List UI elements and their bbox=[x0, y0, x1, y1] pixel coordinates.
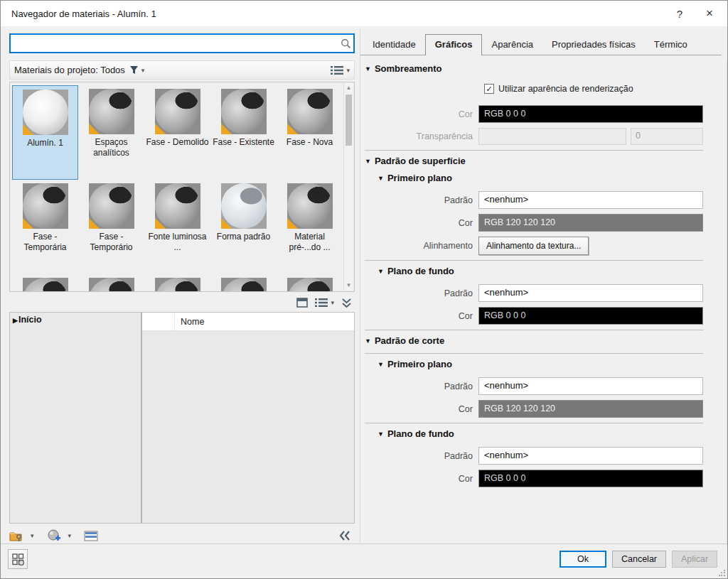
section-padrao-corte[interactable]: ▼ Padrão de corte bbox=[365, 332, 703, 349]
warning-triangle-icon bbox=[89, 124, 100, 134]
material-name: Fase - Temporário bbox=[80, 232, 144, 253]
surface-fg-pattern-field[interactable]: <nenhum> bbox=[478, 191, 703, 209]
library-menu-icon[interactable] bbox=[9, 530, 23, 542]
scroll-up-icon[interactable]: ▲ bbox=[344, 83, 353, 93]
editor-tabs: Identidade Gráficos Aparência Propriedad… bbox=[360, 32, 722, 55]
tab-graficos[interactable]: Gráficos bbox=[425, 34, 483, 55]
cut-bg-pattern-field[interactable]: <nenhum> bbox=[478, 447, 703, 465]
scrollbar-thumb[interactable] bbox=[346, 94, 352, 146]
apply-button[interactable]: Aplicar bbox=[672, 551, 717, 568]
title-bar: Navegador de materiais - Alumín. 1 ? × bbox=[1, 1, 727, 26]
material-thumbnail bbox=[287, 183, 333, 229]
ok-button[interactable]: Ok bbox=[560, 551, 606, 568]
texture-alignment-button[interactable]: Alinhamento da textura... bbox=[478, 237, 589, 255]
subsection-primeiro-plano-corte[interactable]: ▼ Primeiro plano bbox=[365, 355, 703, 372]
tab-aparencia[interactable]: Aparência bbox=[482, 35, 542, 55]
show-library-panel-icon[interactable] bbox=[296, 298, 308, 308]
collapse-section-icon[interactable]: ▼ bbox=[365, 158, 371, 165]
cancel-button[interactable]: Cancelar bbox=[612, 551, 666, 568]
view-options-caret-icon[interactable]: ▾ bbox=[346, 67, 350, 74]
section-divider bbox=[365, 260, 703, 261]
collapse-section-icon[interactable]: ▼ bbox=[365, 337, 371, 345]
material-thumbnail bbox=[89, 89, 134, 134]
pattern-label: Padrão bbox=[365, 288, 478, 298]
material-item[interactable]: Fonte luminosa ... bbox=[144, 180, 210, 274]
thumbnail-scrollbar[interactable]: ▲ ▼ bbox=[343, 83, 353, 291]
asset-grid-icon bbox=[12, 553, 24, 566]
section-padrao-superficie[interactable]: ▼ Padrão de superfície bbox=[365, 152, 703, 169]
library-menu-caret-icon[interactable]: ▾ bbox=[31, 532, 34, 539]
filter-icon[interactable] bbox=[129, 65, 139, 75]
material-item[interactable]: Fase - Demolido bbox=[144, 85, 210, 180]
scroll-down-icon[interactable]: ▼ bbox=[344, 281, 353, 291]
use-render-appearance-label[interactable]: Utilizar aparência de renderização bbox=[498, 84, 633, 94]
library-view-caret-icon[interactable]: ▾ bbox=[331, 299, 334, 306]
library-panel-toolbar: ▾ bbox=[9, 293, 355, 312]
tab-propriedades-fisicas[interactable]: Propriedades físicas bbox=[542, 35, 645, 55]
collapse-section-icon[interactable]: ▼ bbox=[378, 431, 384, 438]
search-input[interactable] bbox=[11, 35, 338, 52]
material-item-selected[interactable]: Alumín. 1 bbox=[12, 85, 78, 180]
material-item[interactable]: Fase - Temporário bbox=[78, 180, 144, 274]
surface-bg-pattern-field[interactable]: <nenhum> bbox=[478, 284, 703, 302]
open-library-panel-icon[interactable] bbox=[84, 531, 98, 541]
material-item[interactable]: Fase - Temporária bbox=[12, 180, 78, 274]
view-options-icon[interactable] bbox=[331, 65, 343, 75]
material-thumbnail-grid: Alumín. 1 Espaços analíticos Fase - Demo… bbox=[9, 82, 355, 292]
material-thumbnail bbox=[221, 183, 267, 229]
material-browser-dialog: Navegador de materiais - Alumín. 1 ? × M… bbox=[0, 0, 728, 579]
material-item[interactable]: Espaços analíticos bbox=[78, 85, 144, 180]
transparency-value: 0 bbox=[631, 128, 703, 145]
list-header-name-column[interactable]: Nome bbox=[175, 317, 204, 327]
subsection-primeiro-plano[interactable]: ▼ Primeiro plano bbox=[365, 169, 703, 186]
surface-bg-color-swatch[interactable]: RGB 0 0 0 bbox=[478, 307, 703, 325]
collapse-section-icon[interactable]: ▼ bbox=[365, 65, 371, 72]
collapse-library-icon[interactable] bbox=[341, 298, 352, 308]
cut-fg-pattern-field[interactable]: <nenhum> bbox=[478, 377, 703, 395]
collapse-section-icon[interactable]: ▼ bbox=[378, 361, 384, 368]
material-item[interactable]: Fase - Nova bbox=[277, 85, 343, 180]
section-sombreamento[interactable]: ▼ Sombreamento bbox=[365, 60, 703, 77]
tree-node-inicio[interactable]: ▶Início bbox=[13, 315, 138, 325]
collapse-panel-icon[interactable] bbox=[339, 531, 355, 541]
cut-bg-color-swatch[interactable]: RGB 0 0 0 bbox=[478, 470, 703, 487]
subsection-plano-de-fundo-corte[interactable]: ▼ Plano de fundo bbox=[365, 425, 703, 442]
list-header-thumbnail-column bbox=[142, 313, 175, 330]
material-name: Espaços analíticos bbox=[80, 137, 144, 158]
project-materials-label[interactable]: Materiais do projeto: Todos bbox=[14, 65, 125, 75]
material-item[interactable] bbox=[78, 274, 144, 292]
graphics-properties: ▼ Sombreamento ✓ Utilizar aparência de r… bbox=[360, 55, 722, 487]
warning-triangle-icon bbox=[23, 218, 33, 229]
asset-browser-button[interactable] bbox=[8, 549, 28, 569]
use-render-appearance-checkbox[interactable]: ✓ bbox=[484, 84, 494, 94]
material-name: Alumín. 1 bbox=[27, 138, 63, 148]
material-item[interactable]: Forma padrão bbox=[210, 180, 277, 274]
subsection-plano-de-fundo[interactable]: ▼ Plano de fundo bbox=[365, 262, 703, 279]
collapse-section-icon[interactable]: ▼ bbox=[378, 175, 384, 182]
material-item[interactable] bbox=[210, 274, 277, 292]
material-name: Fase - Existente bbox=[213, 137, 274, 148]
create-material-caret-icon[interactable]: ▾ bbox=[68, 532, 72, 539]
surface-fg-color-swatch[interactable]: RGB 120 120 120 bbox=[478, 214, 703, 232]
filter-caret-icon[interactable]: ▾ bbox=[141, 67, 145, 74]
material-item[interactable] bbox=[144, 274, 210, 292]
help-button[interactable]: ? bbox=[665, 3, 695, 24]
material-name: Fase - Demolido bbox=[146, 137, 208, 148]
warning-triangle-icon bbox=[221, 124, 232, 134]
material-item[interactable]: Material pré-...do ... bbox=[277, 180, 343, 274]
tab-identidade[interactable]: Identidade bbox=[363, 35, 425, 55]
library-view-options[interactable]: ▾ bbox=[315, 298, 334, 308]
close-button[interactable]: × bbox=[695, 3, 724, 24]
check-icon: ✓ bbox=[486, 85, 492, 94]
tree-expand-icon[interactable]: ▶ bbox=[13, 317, 18, 324]
search-icon[interactable] bbox=[338, 38, 353, 49]
material-item[interactable] bbox=[277, 274, 343, 292]
create-material-icon[interactable] bbox=[47, 529, 61, 543]
cut-fg-color-swatch[interactable]: RGB 120 120 120 bbox=[478, 400, 703, 418]
resize-grip[interactable] bbox=[719, 570, 726, 577]
warning-triangle-icon bbox=[23, 124, 33, 135]
material-item[interactable] bbox=[12, 274, 78, 292]
material-item[interactable]: Fase - Existente bbox=[210, 85, 277, 180]
collapse-section-icon[interactable]: ▼ bbox=[378, 268, 384, 275]
tab-termico[interactable]: Térmico bbox=[645, 35, 697, 55]
